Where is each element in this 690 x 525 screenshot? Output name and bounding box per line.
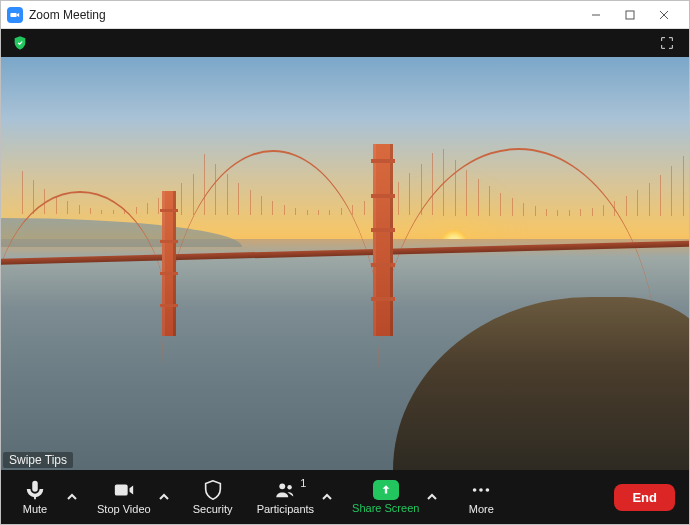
svg-point-7	[480, 488, 484, 492]
svg-point-6	[473, 488, 477, 492]
stop-video-label: Stop Video	[97, 503, 151, 515]
svg-rect-1	[626, 11, 634, 19]
video-options-caret-icon[interactable]	[155, 473, 173, 521]
zoom-app-icon	[7, 7, 23, 23]
shield-icon	[202, 479, 224, 501]
mute-button[interactable]: Mute	[7, 473, 63, 521]
close-button[interactable]	[647, 1, 681, 29]
share-screen-label: Share Screen	[352, 502, 419, 514]
mute-label: Mute	[23, 503, 47, 515]
svg-point-5	[288, 485, 292, 489]
swipe-tips-overlay[interactable]: Swipe Tips	[3, 452, 73, 468]
minimize-button[interactable]	[579, 1, 613, 29]
svg-point-4	[280, 483, 286, 489]
share-screen-button[interactable]: Share Screen	[348, 473, 423, 521]
meeting-toolbar: Mute Stop Video Security 1 Participants	[1, 470, 689, 524]
encryption-shield-icon[interactable]	[11, 34, 29, 52]
share-screen-icon	[373, 480, 399, 500]
participants-options-caret-icon[interactable]	[318, 473, 336, 521]
zoom-window: Zoom Meeting	[0, 0, 690, 525]
fullscreen-toggle-icon[interactable]	[655, 31, 679, 55]
titlebar: Zoom Meeting	[1, 1, 689, 29]
more-icon	[470, 479, 492, 501]
more-button[interactable]: More	[453, 473, 509, 521]
window-title: Zoom Meeting	[29, 8, 106, 22]
video-area: Swipe Tips	[1, 57, 689, 470]
participants-label: Participants	[257, 503, 314, 515]
security-label: Security	[193, 503, 233, 515]
participants-button[interactable]: 1 Participants	[253, 473, 318, 521]
more-label: More	[469, 503, 494, 515]
maximize-button[interactable]	[613, 1, 647, 29]
video-camera-icon	[113, 479, 135, 501]
audio-options-caret-icon[interactable]	[63, 473, 81, 521]
participant-count-badge: 1	[300, 477, 306, 489]
stop-video-button[interactable]: Stop Video	[93, 473, 155, 521]
share-options-caret-icon[interactable]	[423, 473, 441, 521]
security-button[interactable]: Security	[185, 473, 241, 521]
meeting-topbar	[1, 29, 689, 57]
end-meeting-button[interactable]: End	[614, 484, 675, 511]
microphone-icon	[24, 479, 46, 501]
participant-video	[1, 57, 689, 470]
svg-point-8	[486, 488, 490, 492]
participants-icon: 1	[274, 479, 296, 501]
